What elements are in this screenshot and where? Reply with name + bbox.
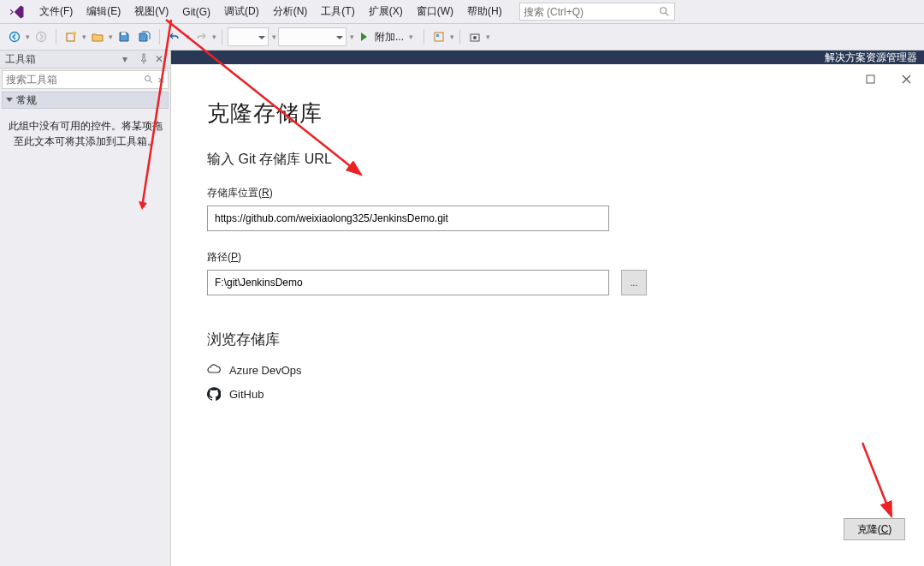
toolbar-btn-a[interactable] xyxy=(429,27,448,46)
toolbox-title: 工具箱 xyxy=(5,52,36,67)
svg-point-2 xyxy=(10,33,20,42)
clone-panel: 克隆存储库 输入 Git 存储库 URL 存储库位置(R) 路径(P) ... … xyxy=(171,64,924,566)
toolbox-search[interactable]: ✕ xyxy=(2,70,169,89)
menu-git[interactable]: Git(G) xyxy=(175,3,217,21)
redo-button[interactable] xyxy=(192,27,210,46)
new-project-button[interactable] xyxy=(62,27,80,46)
menu-view[interactable]: 视图(V) xyxy=(127,1,175,22)
cloud-icon xyxy=(207,363,221,377)
page-subtitle: 输入 Git 存储库 URL xyxy=(207,151,888,169)
browse-button[interactable]: ... xyxy=(621,270,647,295)
svg-line-12 xyxy=(150,80,152,83)
dropdown-icon[interactable]: ▾ xyxy=(122,53,134,65)
toolbox-panel: 工具箱 ▾ ✕ ✕ 常规 此组中没有可用的控件。将某项拖至此文本可将其添加到工具… xyxy=(0,51,171,566)
repo-location-label: 存储库位置(R) xyxy=(207,186,888,200)
azure-devops-label: Azure DevOps xyxy=(229,364,302,377)
svg-rect-13 xyxy=(867,75,874,83)
undo-button[interactable] xyxy=(165,27,184,46)
vs-logo-icon xyxy=(7,2,27,22)
main-area: 解决方案资源管理器 克隆存储库 输入 Git 存储库 URL 存储库位置(R) … xyxy=(171,51,924,566)
search-icon xyxy=(144,74,154,85)
toolbox-section-general[interactable]: 常规 xyxy=(2,92,169,109)
azure-devops-link[interactable]: Azure DevOps xyxy=(207,363,888,377)
menu-edit[interactable]: 编辑(E) xyxy=(80,1,127,22)
close-button[interactable] xyxy=(893,69,919,88)
start-attach-button[interactable]: 附加... ▾ xyxy=(356,27,418,46)
toolbox-search-input[interactable] xyxy=(6,74,144,86)
path-input[interactable] xyxy=(207,270,609,295)
svg-rect-8 xyxy=(436,34,439,37)
github-icon xyxy=(207,387,221,401)
svg-point-3 xyxy=(37,33,46,42)
svg-point-11 xyxy=(145,76,151,81)
open-file-button[interactable] xyxy=(88,27,107,46)
toolbox-empty-hint: 此组中没有可用的控件。将某项拖至此文本可将其添加到工具箱。 xyxy=(0,110,170,158)
menu-debug[interactable]: 调试(D) xyxy=(217,1,266,22)
svg-point-10 xyxy=(473,36,477,39)
toolbar: ▾ ▾ ▾ ▾ ▾ ▾ ▾ 附加... ▾ ▾ ▾ xyxy=(0,24,924,51)
nav-fwd-button[interactable] xyxy=(32,27,50,46)
quick-search-input[interactable] xyxy=(524,6,659,18)
attach-label: 附加... xyxy=(375,30,404,45)
nav-back-button[interactable] xyxy=(5,27,24,46)
close-icon[interactable]: ✕ xyxy=(153,53,165,65)
menu-file[interactable]: 文件(F) xyxy=(33,1,80,22)
pin-icon[interactable] xyxy=(138,53,150,65)
clone-button[interactable]: 克隆(C) xyxy=(844,518,905,540)
close-icon[interactable]: ✕ xyxy=(157,75,164,85)
svg-rect-6 xyxy=(121,33,126,35)
svg-line-16 xyxy=(862,443,891,516)
svg-point-0 xyxy=(660,7,666,13)
quick-search[interactable] xyxy=(519,3,675,21)
path-label: 路径(P) xyxy=(207,250,888,265)
search-icon xyxy=(659,6,671,18)
browse-repo-heading: 浏览存储库 xyxy=(207,330,888,349)
maximize-button[interactable] xyxy=(857,69,883,88)
menu-help[interactable]: 帮助(H) xyxy=(460,1,509,22)
caret-down-icon xyxy=(6,98,13,105)
github-link[interactable]: GitHub xyxy=(207,387,888,401)
toolbox-header: 工具箱 ▾ ✕ xyxy=(0,51,170,69)
menu-extensions[interactable]: 扩展(X) xyxy=(362,1,410,22)
config-dropdown[interactable] xyxy=(228,27,269,46)
menu-tools[interactable]: 工具(T) xyxy=(314,1,361,22)
section-label: 常规 xyxy=(16,93,37,108)
menubar: 文件(F) 编辑(E) 视图(V) Git(G) 调试(D) 分析(N) 工具(… xyxy=(0,0,924,24)
play-icon xyxy=(361,33,371,41)
solution-explorer-title: 解决方案资源管理器 xyxy=(171,51,924,64)
menu-analyze[interactable]: 分析(N) xyxy=(266,1,315,22)
svg-point-5 xyxy=(73,32,76,35)
save-button[interactable] xyxy=(115,27,133,46)
github-label: GitHub xyxy=(229,388,264,401)
platform-dropdown[interactable] xyxy=(278,27,346,46)
page-title: 克隆存储库 xyxy=(207,98,888,128)
svg-line-1 xyxy=(666,12,669,15)
save-all-button[interactable] xyxy=(135,27,154,46)
menu-window[interactable]: 窗口(W) xyxy=(410,1,460,22)
repo-location-input[interactable] xyxy=(207,206,609,231)
toolbar-btn-b[interactable] xyxy=(465,27,484,46)
